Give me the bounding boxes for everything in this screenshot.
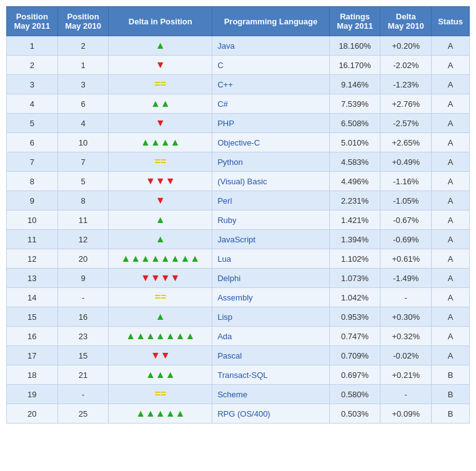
cell-rating: 0.747% (329, 327, 380, 346)
header-status: Status (432, 7, 470, 36)
table-row: 6 10 ▲▲▲▲ Objective-C 5.010% +2.65% A (7, 133, 470, 152)
cell-pos2010: 23 (57, 327, 109, 346)
cell-delta: ▼ (109, 191, 212, 211)
cell-pos2011: 8 (7, 172, 58, 191)
cell-lang: Ada (212, 327, 330, 346)
cell-delta: ▲ (109, 36, 212, 56)
cell-pos2011: 19 (7, 385, 58, 404)
cell-delta: ▲▲▲▲ (109, 133, 212, 152)
cell-pos2010: 3 (57, 75, 109, 94)
cell-status: A (432, 269, 470, 288)
cell-rating: 1.073% (329, 269, 380, 288)
cell-status: B (432, 385, 470, 404)
cell-pos2011: 20 (7, 404, 58, 424)
cell-lang: Scheme (212, 385, 330, 404)
cell-delta-pct: -2.57% (380, 114, 432, 133)
cell-pos2011: 15 (7, 307, 58, 327)
cell-delta: ▲▲▲▲▲▲▲ (109, 327, 212, 346)
cell-delta: == (109, 152, 212, 172)
cell-status: A (432, 249, 470, 269)
cell-delta-pct: +0.32% (380, 327, 432, 346)
cell-delta-pct: +0.09% (380, 404, 432, 424)
table-row: 5 4 ▼ PHP 6.508% -2.57% A (7, 114, 470, 133)
cell-delta: ▲ (109, 211, 212, 230)
cell-rating: 0.953% (329, 307, 380, 327)
cell-pos2011: 1 (7, 36, 58, 56)
delta-up-icon: ▲▲▲▲▲▲▲ (126, 330, 195, 341)
cell-status: A (432, 191, 470, 211)
cell-pos2010: 21 (57, 365, 109, 385)
cell-rating: 5.010% (329, 133, 380, 152)
delta-up-icon: ▲ (156, 234, 166, 244)
cell-pos2011: 18 (7, 365, 58, 385)
delta-equal-icon: == (154, 292, 166, 302)
cell-rating: 0.697% (329, 365, 380, 385)
cell-delta-pct: -1.16% (380, 172, 432, 191)
cell-status: B (432, 365, 470, 385)
header-pos2010: PositionMay 2010 (57, 7, 109, 36)
cell-delta: ▲▲▲ (109, 365, 212, 385)
cell-pos2010: 20 (57, 249, 109, 269)
cell-lang: Lisp (212, 307, 330, 327)
cell-rating: 18.160% (329, 36, 380, 56)
delta-equal-icon: == (154, 389, 166, 399)
cell-pos2010: 7 (57, 152, 109, 172)
cell-delta: ▼▼▼ (109, 172, 212, 191)
cell-lang: Delphi (212, 269, 330, 288)
delta-down-icon: ▼▼ (151, 350, 171, 360)
header-lang: Programming Language (212, 7, 330, 36)
cell-pos2011: 4 (7, 94, 58, 114)
cell-lang: Perl (212, 191, 330, 211)
table-row: 17 15 ▼▼ Pascal 0.709% -0.02% A (7, 346, 470, 365)
cell-status: A (432, 56, 470, 75)
table-row: 10 11 ▲ Ruby 1.421% -0.67% A (7, 211, 470, 230)
cell-rating: 1.421% (329, 211, 380, 230)
cell-delta-pct: +0.30% (380, 307, 432, 327)
table-row: 2 1 ▼ C 16.170% -2.02% A (7, 56, 470, 75)
cell-delta: ▲▲ (109, 94, 212, 114)
cell-status: A (432, 346, 470, 365)
cell-lang: Transact-SQL (212, 365, 330, 385)
cell-delta: == (109, 288, 212, 307)
cell-lang: C# (212, 94, 330, 114)
cell-pos2011: 16 (7, 327, 58, 346)
header-delta: Delta in Position (109, 7, 212, 36)
cell-pos2010: 16 (57, 307, 109, 327)
rankings-table: PositionMay 2011 PositionMay 2010 Delta … (6, 6, 470, 424)
cell-delta: == (109, 385, 212, 404)
cell-rating: 16.170% (329, 56, 380, 75)
cell-status: A (432, 75, 470, 94)
cell-rating: 0.580% (329, 385, 380, 404)
cell-status: A (432, 288, 470, 307)
cell-delta: ▲ (109, 307, 212, 327)
cell-lang: Pascal (212, 346, 330, 365)
cell-status: A (432, 307, 470, 327)
delta-down-icon: ▼ (156, 59, 166, 70)
cell-lang: C++ (212, 75, 330, 94)
cell-pos2011: 12 (7, 249, 58, 269)
cell-pos2010: 12 (57, 230, 109, 249)
table-row: 20 25 ▲▲▲▲▲ RPG (OS/400) 0.503% +0.09% B (7, 404, 470, 424)
cell-delta-pct: - (380, 385, 432, 404)
table-row: 4 6 ▲▲ C# 7.539% +2.76% A (7, 94, 470, 114)
cell-delta-pct: - (380, 288, 432, 307)
cell-lang: Lua (212, 249, 330, 269)
cell-delta: ▼▼▼▼ (109, 269, 212, 288)
cell-delta-pct: -0.69% (380, 230, 432, 249)
cell-pos2010: 10 (57, 133, 109, 152)
cell-delta: == (109, 75, 212, 94)
delta-up-icon: ▲▲▲▲▲▲▲▲ (121, 253, 200, 264)
cell-delta-pct: +0.61% (380, 249, 432, 269)
cell-delta: ▲ (109, 230, 212, 249)
cell-pos2011: 11 (7, 230, 58, 249)
cell-lang: PHP (212, 114, 330, 133)
cell-delta-pct: -1.23% (380, 75, 432, 94)
table-row: 18 21 ▲▲▲ Transact-SQL 0.697% +0.21% B (7, 365, 470, 385)
cell-delta-pct: +0.20% (380, 36, 432, 56)
cell-status: B (432, 404, 470, 424)
cell-delta: ▼ (109, 114, 212, 133)
cell-pos2010: 1 (57, 56, 109, 75)
header-delta-pct: DeltaMay 2010 (380, 7, 432, 36)
cell-rating: 1.102% (329, 249, 380, 269)
cell-pos2011: 9 (7, 191, 58, 211)
